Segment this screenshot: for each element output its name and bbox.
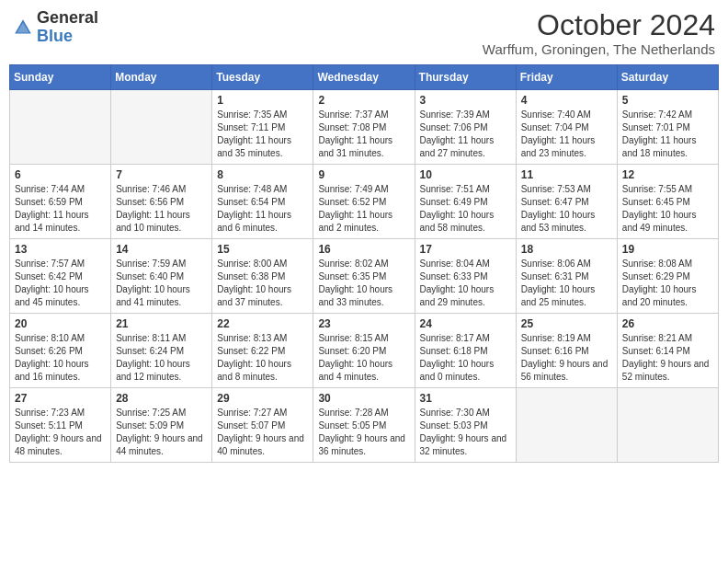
calendar-cell: 11Sunrise: 7:53 AM Sunset: 6:47 PM Dayli… xyxy=(516,165,617,239)
day-info: Sunrise: 7:40 AM Sunset: 7:04 PM Dayligh… xyxy=(521,109,612,160)
calendar-cell: 26Sunrise: 8:21 AM Sunset: 6:14 PM Dayli… xyxy=(617,314,718,388)
day-number: 20 xyxy=(15,317,106,330)
calendar-day-header: Tuesday xyxy=(212,65,313,90)
day-number: 21 xyxy=(116,317,207,330)
day-number: 4 xyxy=(521,94,612,107)
day-number: 19 xyxy=(622,243,713,256)
day-info: Sunrise: 8:10 AM Sunset: 6:26 PM Dayligh… xyxy=(15,332,106,384)
day-info: Sunrise: 8:02 AM Sunset: 6:35 PM Dayligh… xyxy=(318,258,409,309)
day-info: Sunrise: 7:27 AM Sunset: 5:07 PM Dayligh… xyxy=(217,407,308,458)
day-info: Sunrise: 8:04 AM Sunset: 6:33 PM Dayligh… xyxy=(420,258,511,309)
day-info: Sunrise: 7:59 AM Sunset: 6:40 PM Dayligh… xyxy=(116,258,207,309)
calendar-cell: 23Sunrise: 8:15 AM Sunset: 6:20 PM Dayli… xyxy=(313,314,415,388)
calendar-cell: 10Sunrise: 7:51 AM Sunset: 6:49 PM Dayli… xyxy=(415,165,516,239)
day-number: 17 xyxy=(420,243,511,256)
logo-general-text: General Blue xyxy=(37,9,98,46)
calendar-day-header: Thursday xyxy=(415,65,516,90)
day-info: Sunrise: 8:21 AM Sunset: 6:14 PM Dayligh… xyxy=(622,332,713,384)
day-info: Sunrise: 7:44 AM Sunset: 6:59 PM Dayligh… xyxy=(15,183,106,235)
day-number: 25 xyxy=(521,317,612,330)
day-number: 23 xyxy=(318,317,409,330)
day-info: Sunrise: 8:13 AM Sunset: 6:22 PM Dayligh… xyxy=(217,332,308,384)
title-section: October 2024 Warffum, Groningen, The Net… xyxy=(483,9,715,57)
day-info: Sunrise: 7:37 AM Sunset: 7:08 PM Dayligh… xyxy=(318,109,409,160)
day-number: 29 xyxy=(217,392,308,405)
calendar-day-header: Friday xyxy=(516,65,617,90)
day-info: Sunrise: 7:49 AM Sunset: 6:52 PM Dayligh… xyxy=(318,183,409,235)
calendar-cell: 30Sunrise: 7:28 AM Sunset: 5:05 PM Dayli… xyxy=(313,388,415,463)
calendar-cell: 27Sunrise: 7:23 AM Sunset: 5:11 PM Dayli… xyxy=(10,388,111,463)
calendar-cell: 18Sunrise: 8:06 AM Sunset: 6:31 PM Dayli… xyxy=(516,239,617,314)
calendar-cell: 29Sunrise: 7:27 AM Sunset: 5:07 PM Dayli… xyxy=(212,388,313,463)
day-number: 28 xyxy=(116,392,207,405)
day-info: Sunrise: 7:35 AM Sunset: 7:11 PM Dayligh… xyxy=(217,109,308,160)
calendar-cell: 13Sunrise: 7:57 AM Sunset: 6:42 PM Dayli… xyxy=(10,239,111,314)
day-number: 14 xyxy=(116,243,207,256)
calendar-day-header: Sunday xyxy=(10,65,111,90)
day-info: Sunrise: 8:17 AM Sunset: 6:18 PM Dayligh… xyxy=(420,332,511,384)
calendar-cell: 24Sunrise: 8:17 AM Sunset: 6:18 PM Dayli… xyxy=(415,314,516,388)
calendar-week-row: 20Sunrise: 8:10 AM Sunset: 6:26 PM Dayli… xyxy=(10,314,719,388)
day-info: Sunrise: 8:00 AM Sunset: 6:38 PM Dayligh… xyxy=(217,258,308,309)
day-info: Sunrise: 7:39 AM Sunset: 7:06 PM Dayligh… xyxy=(420,109,511,160)
calendar-week-row: 13Sunrise: 7:57 AM Sunset: 6:42 PM Dayli… xyxy=(10,239,719,314)
calendar-cell: 9Sunrise: 7:49 AM Sunset: 6:52 PM Daylig… xyxy=(313,165,415,239)
day-number: 3 xyxy=(420,94,511,107)
calendar-cell: 20Sunrise: 8:10 AM Sunset: 6:26 PM Dayli… xyxy=(10,314,111,388)
day-number: 26 xyxy=(622,317,713,330)
calendar-cell: 5Sunrise: 7:42 AM Sunset: 7:01 PM Daylig… xyxy=(617,90,718,165)
calendar-cell: 22Sunrise: 8:13 AM Sunset: 6:22 PM Dayli… xyxy=(212,314,313,388)
day-info: Sunrise: 8:11 AM Sunset: 6:24 PM Dayligh… xyxy=(116,332,207,384)
calendar-cell: 12Sunrise: 7:55 AM Sunset: 6:45 PM Dayli… xyxy=(617,165,718,239)
calendar-cell: 17Sunrise: 8:04 AM Sunset: 6:33 PM Dayli… xyxy=(415,239,516,314)
day-number: 18 xyxy=(521,243,612,256)
day-number: 31 xyxy=(420,392,511,405)
calendar-cell: 31Sunrise: 7:30 AM Sunset: 5:03 PM Dayli… xyxy=(415,388,516,463)
day-info: Sunrise: 7:46 AM Sunset: 6:56 PM Dayligh… xyxy=(116,183,207,235)
day-number: 24 xyxy=(420,317,511,330)
logo-icon xyxy=(13,17,33,38)
calendar-cell: 21Sunrise: 8:11 AM Sunset: 6:24 PM Dayli… xyxy=(111,314,212,388)
calendar-week-row: 27Sunrise: 7:23 AM Sunset: 5:11 PM Dayli… xyxy=(10,388,719,463)
calendar-cell: 14Sunrise: 7:59 AM Sunset: 6:40 PM Dayli… xyxy=(111,239,212,314)
calendar-table: SundayMondayTuesdayWednesdayThursdayFrid… xyxy=(9,64,719,463)
day-info: Sunrise: 8:19 AM Sunset: 6:16 PM Dayligh… xyxy=(521,332,612,384)
calendar-week-row: 1Sunrise: 7:35 AM Sunset: 7:11 PM Daylig… xyxy=(10,90,719,165)
day-number: 1 xyxy=(217,94,308,107)
day-number: 10 xyxy=(420,168,511,181)
calendar-cell: 16Sunrise: 8:02 AM Sunset: 6:35 PM Dayli… xyxy=(313,239,415,314)
calendar-cell xyxy=(10,90,111,165)
logo: General Blue xyxy=(13,9,98,46)
calendar-cell: 7Sunrise: 7:46 AM Sunset: 6:56 PM Daylig… xyxy=(111,165,212,239)
calendar-day-header: Saturday xyxy=(617,65,718,90)
day-info: Sunrise: 8:15 AM Sunset: 6:20 PM Dayligh… xyxy=(318,332,409,384)
calendar-week-row: 6Sunrise: 7:44 AM Sunset: 6:59 PM Daylig… xyxy=(10,165,719,239)
day-number: 13 xyxy=(15,243,106,256)
calendar-day-header: Wednesday xyxy=(313,65,415,90)
calendar-cell xyxy=(111,90,212,165)
day-info: Sunrise: 7:42 AM Sunset: 7:01 PM Dayligh… xyxy=(622,109,713,160)
day-info: Sunrise: 7:53 AM Sunset: 6:47 PM Dayligh… xyxy=(521,183,612,235)
calendar-cell: 19Sunrise: 8:08 AM Sunset: 6:29 PM Dayli… xyxy=(617,239,718,314)
calendar-day-header: Monday xyxy=(111,65,212,90)
day-info: Sunrise: 7:30 AM Sunset: 5:03 PM Dayligh… xyxy=(420,407,511,458)
day-number: 6 xyxy=(15,168,106,181)
day-number: 12 xyxy=(622,168,713,181)
day-info: Sunrise: 8:06 AM Sunset: 6:31 PM Dayligh… xyxy=(521,258,612,309)
day-number: 27 xyxy=(15,392,106,405)
calendar-header-row: SundayMondayTuesdayWednesdayThursdayFrid… xyxy=(10,65,719,90)
calendar-cell: 25Sunrise: 8:19 AM Sunset: 6:16 PM Dayli… xyxy=(516,314,617,388)
day-number: 30 xyxy=(318,392,409,405)
day-info: Sunrise: 7:55 AM Sunset: 6:45 PM Dayligh… xyxy=(622,183,713,235)
calendar-cell: 28Sunrise: 7:25 AM Sunset: 5:09 PM Dayli… xyxy=(111,388,212,463)
day-number: 22 xyxy=(217,317,308,330)
day-info: Sunrise: 8:08 AM Sunset: 6:29 PM Dayligh… xyxy=(622,258,713,309)
calendar-cell: 15Sunrise: 8:00 AM Sunset: 6:38 PM Dayli… xyxy=(212,239,313,314)
day-info: Sunrise: 7:28 AM Sunset: 5:05 PM Dayligh… xyxy=(318,407,409,458)
day-info: Sunrise: 7:48 AM Sunset: 6:54 PM Dayligh… xyxy=(217,183,308,235)
calendar-cell: 1Sunrise: 7:35 AM Sunset: 7:11 PM Daylig… xyxy=(212,90,313,165)
calendar-cell: 6Sunrise: 7:44 AM Sunset: 6:59 PM Daylig… xyxy=(10,165,111,239)
day-number: 15 xyxy=(217,243,308,256)
day-number: 2 xyxy=(318,94,409,107)
day-number: 16 xyxy=(318,243,409,256)
